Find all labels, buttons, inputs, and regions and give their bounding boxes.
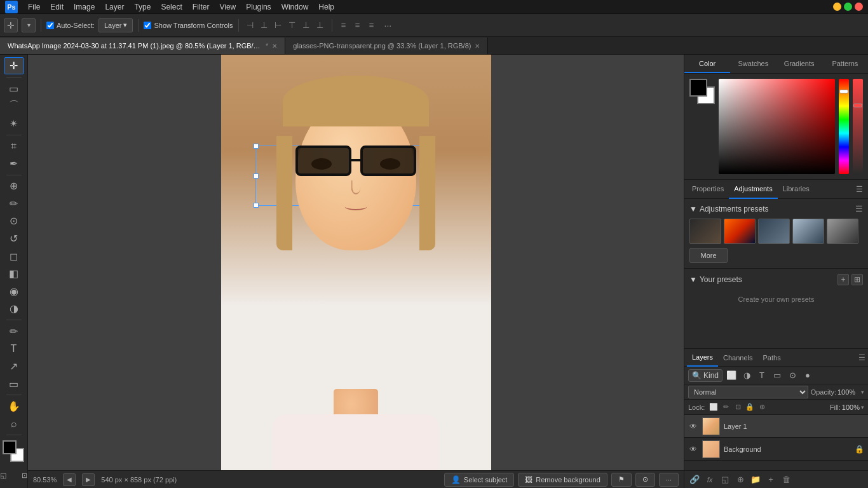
lock-pixels-icon[interactable]: ⬜	[709, 402, 719, 412]
your-presets-header[interactable]: ▼ Your presets + ⊞	[689, 274, 863, 285]
layers-tab-layers[interactable]: Layers	[687, 349, 718, 367]
magic-wand-tool[interactable]: ✴	[4, 115, 24, 132]
preset-4[interactable]	[792, 219, 824, 244]
pixel-filter-icon[interactable]: ⬜	[725, 369, 738, 382]
color-tab-patterns[interactable]: Patterns	[822, 55, 868, 73]
menu-image[interactable]: Image	[69, 0, 100, 14]
lock-all-icon[interactable]: 🔒	[745, 402, 755, 412]
alpha-slider[interactable]	[853, 79, 863, 174]
move-tool[interactable]: ✛	[4, 57, 24, 74]
menu-type[interactable]: Type	[129, 0, 156, 14]
adjustment-filter-icon[interactable]: ◑	[740, 369, 753, 382]
tab-inactive-close[interactable]: ✕	[475, 43, 480, 50]
brush-tool[interactable]: ✏	[4, 195, 24, 212]
color-tab-swatches[interactable]: Swatches	[730, 55, 776, 73]
handle-tl[interactable]	[254, 144, 259, 149]
close-button[interactable]	[855, 3, 863, 11]
marquee-tool[interactable]: ▭	[4, 80, 24, 97]
gradient-tool[interactable]: ◧	[4, 265, 24, 282]
path-select-tool[interactable]: ↗	[4, 358, 24, 375]
tool-options-arrow[interactable]: ▾	[22, 18, 36, 32]
lock-extra-icon[interactable]: ⊕	[757, 402, 767, 412]
blend-mode-select[interactable]: Normal	[688, 386, 808, 398]
nav-right[interactable]: ▶	[82, 473, 95, 486]
transform-checkbox[interactable]	[144, 22, 151, 29]
menu-filter[interactable]: Filter	[187, 0, 215, 14]
quick-mask-tool[interactable]: ◱	[0, 465, 13, 485]
align-center-h-btn[interactable]: ⊥	[258, 19, 271, 32]
tab-active-close[interactable]: ✕	[272, 43, 277, 50]
align-right-btn[interactable]: ⊢	[272, 19, 285, 32]
more-options-icon[interactable]: ···	[382, 20, 395, 30]
color-gradient-picker[interactable]	[719, 79, 835, 174]
align-left-btn[interactable]: ⊣	[244, 19, 257, 32]
layer-item-layer1[interactable]: 👁 Layer 1	[684, 415, 868, 438]
menu-view[interactable]: View	[214, 0, 241, 14]
dist-bottom-btn[interactable]: ≡	[365, 19, 378, 32]
lock-position-icon[interactable]: ✏	[721, 402, 731, 412]
transform-check[interactable]: Show Transform Controls	[144, 22, 233, 29]
layer-item-background[interactable]: 👁 Background 🔒	[684, 438, 868, 461]
auto-select-checkbox[interactable]	[46, 22, 54, 29]
add-preset-button[interactable]: +	[837, 274, 849, 285]
group-icon[interactable]: 📁	[749, 473, 762, 486]
shape-tool[interactable]: ▭	[4, 376, 24, 393]
fg-swatch[interactable]	[689, 79, 707, 97]
menu-edit[interactable]: Edit	[45, 0, 69, 14]
minimize-button[interactable]	[833, 3, 841, 11]
adjustments-section-header[interactable]: ▼ Adjustments presets ☰	[689, 204, 863, 214]
more-presets-button[interactable]: More	[689, 248, 728, 263]
layers-menu-icon[interactable]: ☰	[858, 349, 865, 366]
layers-tab-paths[interactable]: Paths	[758, 349, 786, 367]
adjustment-icon[interactable]: ⊕	[734, 473, 747, 486]
zoom-tool[interactable]: ⌕	[4, 416, 24, 433]
menu-window[interactable]: Window	[276, 0, 314, 14]
layers-tab-channels[interactable]: Channels	[718, 349, 757, 367]
layer-select-dropdown[interactable]: Layer ▾	[98, 18, 133, 32]
tab-adjustments[interactable]: Adjustments	[729, 180, 778, 199]
background-visibility-toggle[interactable]: 👁	[688, 444, 698, 454]
foreground-color[interactable]	[3, 440, 17, 454]
menu-file[interactable]: File	[23, 0, 45, 14]
lock-artboards-icon[interactable]: ⊡	[733, 402, 743, 412]
crop-tool[interactable]: ⌗	[4, 137, 24, 154]
fill-value[interactable]: 100%	[842, 403, 860, 411]
nav-left[interactable]: ◀	[63, 473, 76, 486]
align-center-v-btn[interactable]: ⊥	[300, 19, 313, 32]
preset-1[interactable]	[689, 219, 721, 244]
eyedropper-tool[interactable]: ✒	[4, 155, 24, 172]
handle-bl[interactable]	[254, 203, 259, 208]
preset-5[interactable]	[827, 219, 858, 244]
menu-layer[interactable]: Layer	[100, 0, 129, 14]
color-tab-gradients[interactable]: Gradients	[776, 55, 822, 73]
fx-icon[interactable]: fx	[703, 473, 716, 486]
mask-icon[interactable]: ◱	[719, 473, 731, 486]
menu-select[interactable]: Select	[156, 0, 187, 14]
smart-filter-icon[interactable]: ⊙	[786, 369, 799, 382]
hue-slider[interactable]	[839, 79, 849, 174]
preset-list-icon[interactable]: ☰	[855, 204, 863, 214]
tab-libraries[interactable]: Libraries	[778, 180, 815, 199]
tab-inactive[interactable]: glasses-PNG-transparent.png @ 33.3% (Lay…	[285, 37, 488, 54]
remove-background-button[interactable]: 🖼 Remove background	[518, 473, 607, 487]
more-btn[interactable]: ···	[659, 473, 679, 487]
dist-v-btn[interactable]: ≡	[351, 19, 364, 32]
lasso-tool[interactable]: ⌒	[4, 97, 24, 114]
color-fg-bg-swatches[interactable]	[689, 79, 715, 104]
tab-active[interactable]: WhatsApp Image 2024-03-30 at 11.37.41 PM…	[0, 37, 285, 54]
clone-tool[interactable]: ⊙	[4, 213, 24, 230]
extra-btn2[interactable]: ⊙	[635, 473, 655, 487]
type-filter-icon[interactable]: T	[756, 369, 768, 382]
canvas-scroll[interactable]	[28, 55, 684, 470]
panel-menu-icon[interactable]: ☰	[853, 180, 865, 198]
history-brush-tool[interactable]: ↺	[4, 230, 24, 247]
extra-btn1[interactable]: ⚑	[611, 473, 632, 487]
layer1-visibility-toggle[interactable]: 👁	[688, 421, 698, 431]
pen-tool[interactable]: ✏	[4, 323, 24, 340]
opacity-arrow[interactable]: ▾	[861, 389, 864, 395]
type-tool[interactable]: T	[4, 341, 24, 358]
screen-mode-btn[interactable]: ⊡	[15, 465, 29, 485]
menu-help[interactable]: Help	[313, 0, 339, 14]
auto-select-check[interactable]: Auto-Select:	[46, 22, 95, 29]
handle-ml[interactable]	[254, 173, 259, 179]
